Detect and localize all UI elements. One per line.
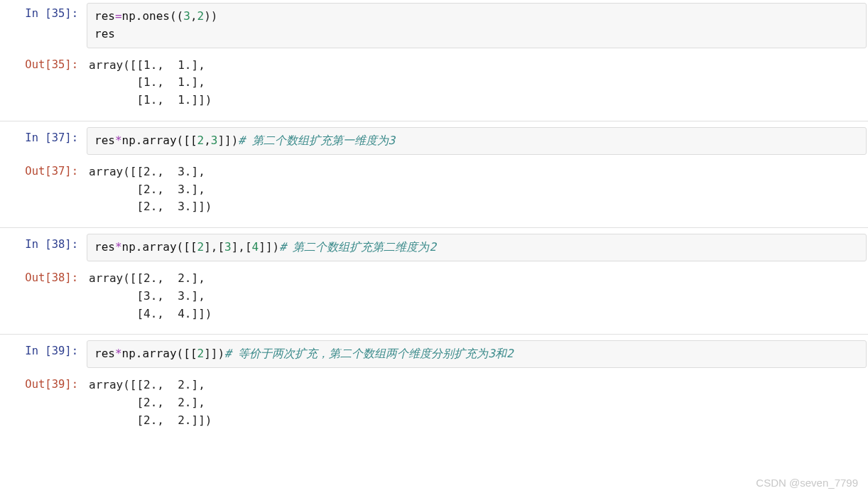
cell-output: array([[1., 1.], [1., 1.], [1., 1.]]) <box>87 54 868 118</box>
out-prompt: Out[35]: <box>0 54 87 118</box>
code-line: res <box>94 26 859 43</box>
code-token: ],[ <box>204 240 224 254</box>
code-token: ]]) <box>204 347 224 360</box>
code-token: np.array([[ <box>122 134 197 147</box>
code-token: 4 <box>252 240 259 254</box>
code-line: res=np.ones((3,2)) <box>94 8 859 26</box>
code-token: 2 <box>197 134 205 147</box>
nb-cell-out: Out[38]: array([[2., 2.], [3., 3.], [4.,… <box>0 264 868 334</box>
code-token: 3 <box>224 240 232 254</box>
code-token: 2 <box>197 9 205 23</box>
code-token: 3 <box>211 134 218 147</box>
out-prompt: Out[37]: <box>0 161 87 224</box>
cell-output: array([[2., 2.], [2., 2.], [2., 2.]]) <box>87 374 868 423</box>
out-prompt: Out[38]: <box>0 267 87 331</box>
code-token: )) <box>204 9 217 23</box>
code-token: np.ones(( <box>122 9 184 23</box>
code-token: ],[ <box>232 240 252 254</box>
code-token: * <box>115 347 122 360</box>
code-token: * <box>115 240 122 254</box>
code-token: res <box>94 9 115 23</box>
code-token: res <box>94 27 115 40</box>
code-token: * <box>115 134 122 147</box>
code-input[interactable]: res*np.array([[2],[3],[4]])# 第二个数组扩充第二维度… <box>87 234 867 261</box>
in-prompt: In [38]: <box>0 234 87 261</box>
code-input[interactable]: res*np.array([[2]])# 等价于两次扩充，第二个数组两个维度分别… <box>87 340 867 368</box>
in-prompt: In [35]: <box>0 3 87 48</box>
code-token: np.array([[ <box>122 347 197 360</box>
nb-cell-out: Out[35]: array([[1., 1.], [1., 1.], [1.,… <box>0 51 868 121</box>
code-input[interactable]: res=np.ones((3,2)) res <box>87 3 867 48</box>
code-token: res <box>94 347 115 360</box>
code-token: np.array([[ <box>122 240 197 254</box>
code-token: 2 <box>197 347 205 360</box>
nb-cell-in: In [35]: res=np.ones((3,2)) res <box>0 0 868 51</box>
code-comment: # 等价于两次扩充，第二个数组两个维度分别扩充为3和2 <box>224 347 514 360</box>
code-token: ]]) <box>259 240 279 254</box>
nb-cell-in: In [38]: res*np.array([[2],[3],[4]])# 第二… <box>0 227 868 264</box>
in-prompt: In [39]: <box>0 340 87 368</box>
code-token: , <box>190 9 197 23</box>
nb-cell-in: In [39]: res*np.array([[2]])# 等价于两次扩充，第二… <box>0 334 868 371</box>
code-comment: # 第二个数组扩充第二维度为2 <box>279 240 436 254</box>
cell-output: array([[2., 3.], [2., 3.], [2., 3.]]) <box>87 161 868 224</box>
code-token: res <box>94 240 115 254</box>
code-token: 3 <box>183 9 190 23</box>
out-prompt: Out[39]: <box>0 374 87 423</box>
code-token: ]]) <box>217 134 238 147</box>
in-prompt: In [37]: <box>0 127 87 155</box>
code-token: , <box>204 134 211 147</box>
code-token: 2 <box>197 240 205 254</box>
nb-cell-out: Out[39]: array([[2., 2.], [2., 2.], [2.,… <box>0 371 868 426</box>
code-comment: # 第二个数组扩充第一维度为3 <box>238 134 395 147</box>
cell-output: array([[2., 2.], [3., 3.], [4., 4.]]) <box>87 267 868 331</box>
nb-cell-out: Out[37]: array([[2., 3.], [2., 3.], [2.,… <box>0 158 868 227</box>
code-token: = <box>115 9 122 23</box>
code-token: res <box>94 134 115 147</box>
nb-cell-in: In [37]: res*np.array([[2,3]])# 第二个数组扩充第… <box>0 121 868 158</box>
code-input[interactable]: res*np.array([[2,3]])# 第二个数组扩充第一维度为3 <box>87 127 867 155</box>
